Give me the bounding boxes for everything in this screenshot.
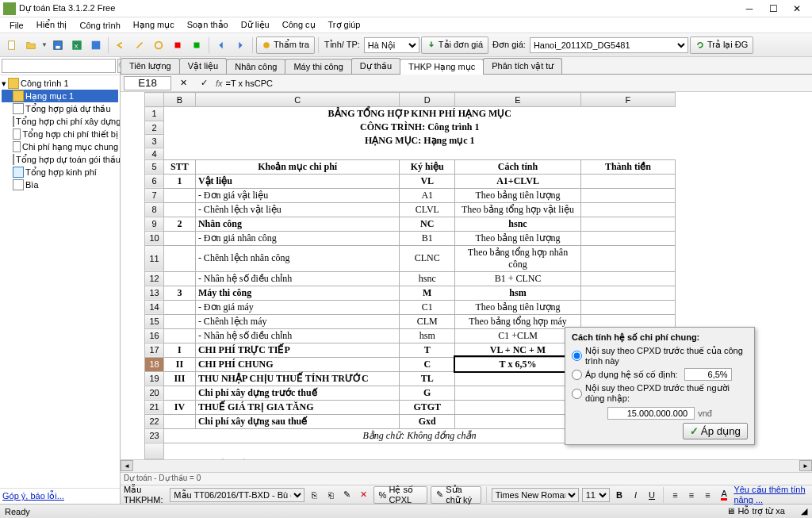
tree-item-4[interactable]: Chi phí hạng mục chung	[2, 140, 118, 153]
bt-delete-icon[interactable]: ✕	[357, 486, 370, 504]
tree-filter-input[interactable]	[2, 59, 116, 73]
tab-3[interactable]: Máy thi công	[285, 59, 351, 74]
menu-soạn thảo[interactable]: Soạn thảo	[181, 18, 235, 32]
cell-E20[interactable]	[455, 386, 581, 400]
align-center-icon[interactable]: ≡	[685, 486, 699, 504]
close-button[interactable]: ✕	[785, 1, 809, 17]
export-icon[interactable]: X	[68, 36, 86, 54]
tree-item-2[interactable]: Tổng hợp chi phí xây dựng	[2, 115, 118, 128]
feature-request-link[interactable]: Yêu cầu thêm tính năng ...	[733, 485, 809, 505]
cell-E15[interactable]: Theo bảng tổng hợp máy	[455, 314, 581, 328]
tab-4[interactable]: Dự thầu	[351, 58, 400, 74]
cell-E6[interactable]: A1+CLVL	[455, 174, 581, 188]
popup-option-2[interactable]: Áp dụng hệ số cố định:6,5%	[572, 368, 748, 381]
feedback-link[interactable]: Góp ý, báo lỗi...	[2, 491, 64, 501]
col-header-B[interactable]: B	[164, 93, 196, 107]
popup-option-3[interactable]: Nội suy theo CPXD trước thuế người dùng …	[572, 383, 748, 404]
align-right-icon[interactable]: ≡	[701, 486, 714, 504]
cell-E19[interactable]	[455, 371, 581, 386]
tab-6[interactable]: Phân tích vật tư	[483, 58, 562, 74]
bt-icon1[interactable]: ⎘	[308, 486, 321, 504]
prev-icon[interactable]	[213, 36, 230, 54]
opt2-value[interactable]: 6,5%	[684, 368, 732, 381]
menu-công cụ[interactable]: Công cụ	[276, 18, 322, 32]
cell-E13[interactable]: hsm	[455, 286, 581, 300]
tool3-icon[interactable]	[169, 36, 186, 54]
tool1-icon[interactable]	[131, 36, 148, 54]
bold-icon[interactable]: B	[613, 486, 626, 504]
cell-E14[interactable]: Theo bảng tiên lượng	[455, 300, 581, 314]
menu-file[interactable]: File	[3, 19, 30, 32]
horizontal-scrollbar[interactable]: ◄►	[121, 459, 812, 472]
cell-E7[interactable]: Theo bảng tiên lượng	[455, 188, 581, 202]
spreadsheet-grid[interactable]: BCDEF1BẢNG TỔNG HỢP KINH PHÍ HẠNG MỤC2CÔ…	[121, 92, 812, 459]
tree-item-1[interactable]: Tổng hợp giá dự thầu	[2, 102, 118, 115]
cell-E8[interactable]: Theo bảng tổng hợp vật liệu	[455, 202, 581, 217]
cell-reference[interactable]	[124, 76, 171, 90]
signature-button[interactable]: ✎Sửa chữ ký	[431, 486, 481, 504]
menu-hạng mục[interactable]: Hạng mục	[127, 18, 181, 32]
fb-accept-icon[interactable]: ✓	[195, 75, 213, 92]
apply-button[interactable]: ✓Áp dụng	[683, 423, 748, 439]
cell-E16[interactable]: C1 +CLM	[455, 328, 581, 343]
col-header-D[interactable]: D	[400, 93, 455, 107]
minimize-button[interactable]: ─	[737, 1, 761, 17]
tab-2[interactable]: Nhân công	[226, 59, 285, 74]
province-select[interactable]: Hà Nội	[364, 37, 419, 53]
popup-option-1[interactable]: Nội suy theo CPXD trước thuế của công tr…	[572, 346, 748, 366]
tree-root[interactable]: Công trình 1	[21, 79, 69, 88]
cut-icon[interactable]	[87, 36, 105, 54]
tree-item-0[interactable]: Hạng mục 1	[2, 90, 118, 102]
font-select[interactable]: Times New Roman	[492, 488, 579, 502]
cell-E12[interactable]: B1 + CLNC	[455, 271, 581, 286]
fx-icon[interactable]: fx	[216, 79, 223, 88]
coefficient-button[interactable]: %Hệ số CPXL	[373, 486, 428, 504]
tool4-icon[interactable]	[188, 36, 205, 54]
project-tree[interactable]: ▾Công trình 1 Hạng mục 1Tổng hợp giá dự …	[0, 75, 120, 488]
open-icon[interactable]	[22, 36, 40, 54]
cell-E17[interactable]: VL + NC + M	[455, 343, 581, 357]
tab-1[interactable]: Vật liệu	[179, 58, 227, 74]
remote-support[interactable]: 🖥 Hỗ trợ từ xa	[726, 506, 785, 516]
tool2-icon[interactable]	[150, 36, 167, 54]
maximize-button[interactable]: ☐	[761, 1, 785, 17]
undo-icon[interactable]	[112, 36, 129, 54]
thamtra-button[interactable]: Thẩm tra	[256, 36, 315, 54]
price-select[interactable]: Hanoi_2011XD_DG5481	[530, 37, 688, 53]
bt-icon2[interactable]: ⎗	[324, 486, 338, 504]
new-icon[interactable]	[3, 36, 21, 54]
return-price-button[interactable]: Trả lại ĐG	[690, 36, 753, 54]
scroll-left-icon[interactable]: ◄	[121, 460, 133, 471]
cell-E21[interactable]	[455, 400, 581, 414]
cell-E9[interactable]: hsnc	[455, 217, 581, 231]
fontsize-select[interactable]: 11	[582, 488, 610, 502]
menu-công trình[interactable]: Công trình	[73, 19, 126, 32]
tree-item-5[interactable]: Tổng hợp dự toán gói thầu	[2, 153, 118, 166]
bt-icon3[interactable]: ✎	[340, 486, 354, 504]
tree-item-3[interactable]: Tổng hợp chi phí thiết bị	[2, 128, 118, 140]
italic-icon[interactable]: I	[629, 486, 642, 504]
download-price-button[interactable]: Tải đơn giá	[421, 36, 488, 54]
col-header-E[interactable]: E	[455, 93, 581, 107]
tree-item-7[interactable]: Bìa	[2, 178, 118, 191]
menu-hiển thị[interactable]: Hiển thị	[30, 18, 74, 32]
next-icon[interactable]	[232, 36, 249, 54]
tab-5[interactable]: THKP Hạng mục	[400, 59, 484, 75]
template-select[interactable]: Mẫu TT06/2016/TT-BXD - Bù giá	[170, 488, 304, 502]
align-left-icon[interactable]: ≡	[668, 486, 682, 504]
save-icon[interactable]	[49, 36, 67, 54]
tab-0[interactable]: Tiên lượng	[121, 58, 180, 74]
underline-icon[interactable]: U	[645, 486, 659, 504]
fb-cancel-icon[interactable]: ✕	[174, 75, 192, 92]
cell-E10[interactable]: Theo bảng tiên lượng	[455, 231, 581, 245]
cell-E11[interactable]: Theo bảng tổng hợp nhân công	[455, 245, 581, 271]
col-header-C[interactable]: C	[195, 93, 400, 107]
cell-E18[interactable]: T x 6,5%	[455, 357, 581, 371]
scroll-right-icon[interactable]: ►	[799, 460, 812, 471]
menu-dữ liệu[interactable]: Dữ liệu	[235, 18, 276, 32]
resize-grip-icon[interactable]: ◢	[801, 506, 807, 516]
cell-E22[interactable]	[455, 414, 581, 428]
tree-item-6[interactable]: Tổng hợp kinh phí	[2, 166, 118, 178]
col-header-F[interactable]: F	[580, 93, 675, 107]
font-color-icon[interactable]: A	[718, 486, 731, 504]
